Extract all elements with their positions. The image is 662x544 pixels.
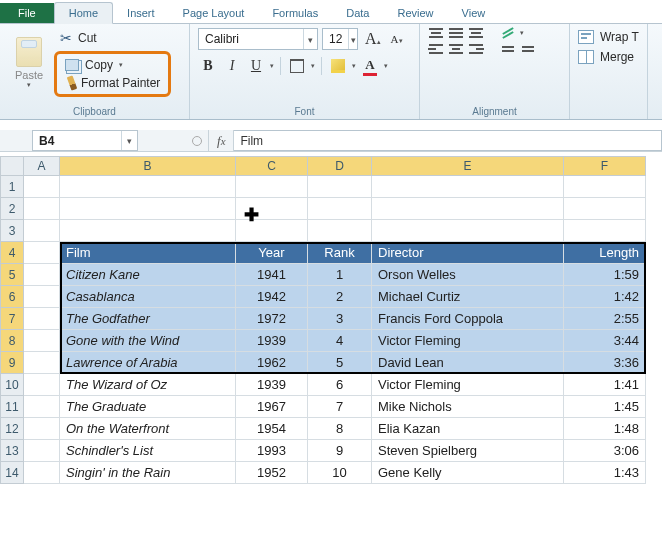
align-middle-button[interactable] [448,28,464,38]
bold-button[interactable]: B [198,56,218,76]
cell[interactable] [24,176,60,198]
underline-button[interactable]: U [246,56,266,76]
cut-button[interactable]: ✂ Cut [54,28,171,48]
cell[interactable] [308,220,372,242]
row-header[interactable]: 5 [0,264,24,286]
cell[interactable]: Gene Kelly [372,462,564,484]
cell[interactable] [24,220,60,242]
cell[interactable] [564,220,646,242]
cell[interactable] [236,198,308,220]
cell[interactable] [24,198,60,220]
cell[interactable]: 10 [308,462,372,484]
cell-header-length[interactable]: Length [564,242,646,264]
row-header[interactable]: 14 [0,462,24,484]
cell[interactable] [24,308,60,330]
cell[interactable] [60,198,236,220]
cell[interactable] [24,264,60,286]
cell[interactable] [372,198,564,220]
tab-file[interactable]: File [0,3,54,23]
cell[interactable]: 1962 [236,352,308,374]
row-header[interactable]: 4 [0,242,24,264]
cell-header-year[interactable]: Year [236,242,308,264]
decrease-indent-button[interactable] [500,46,516,52]
cell[interactable]: The Godfather [60,308,236,330]
tab-data[interactable]: Data [332,3,383,23]
tab-insert[interactable]: Insert [113,3,169,23]
cell[interactable]: Lawrence of Arabia [60,352,236,374]
increase-indent-button[interactable] [520,46,536,52]
italic-button[interactable]: I [222,56,242,76]
cell[interactable]: 1939 [236,330,308,352]
col-header-b[interactable]: B [60,156,236,176]
wrap-text-button[interactable]: Wrap T [578,30,639,44]
cell[interactable]: 3 [308,308,372,330]
cell[interactable]: 1954 [236,418,308,440]
cell[interactable] [60,176,236,198]
cell[interactable]: On the Waterfront [60,418,236,440]
merge-center-button[interactable]: Merge [578,50,639,64]
orientation-button[interactable] [500,30,516,36]
cell[interactable]: Citizen Kane [60,264,236,286]
chevron-down-icon[interactable]: ▾ [303,29,317,49]
cell[interactable] [308,176,372,198]
col-header-e[interactable]: E [372,156,564,176]
cell[interactable]: 1952 [236,462,308,484]
cell-header-rank[interactable]: Rank [308,242,372,264]
cell[interactable]: 3:06 [564,440,646,462]
cell[interactable]: 1:41 [564,374,646,396]
cell[interactable]: 1972 [236,308,308,330]
cell[interactable]: 1967 [236,396,308,418]
align-center-button[interactable] [448,44,464,54]
font-name-combo[interactable]: Calibri ▾ [198,28,318,50]
align-left-button[interactable] [428,44,444,54]
cell[interactable]: Victor Fleming [372,330,564,352]
cell[interactable]: Steven Spielberg [372,440,564,462]
cell[interactable]: Victor Fleming [372,374,564,396]
cell[interactable] [236,176,308,198]
col-header-d[interactable]: D [308,156,372,176]
row-header[interactable]: 2 [0,198,24,220]
cell[interactable]: Gone with the Wind [60,330,236,352]
chevron-down-icon[interactable]: ▾ [270,62,274,70]
cell[interactable]: 7 [308,396,372,418]
paste-button[interactable]: Paste ▾ [8,28,50,97]
row-header[interactable]: 9 [0,352,24,374]
cell[interactable] [236,220,308,242]
cell-header-film[interactable]: Film [60,242,236,264]
cell[interactable] [24,440,60,462]
row-header[interactable]: 1 [0,176,24,198]
cell[interactable] [372,220,564,242]
cell[interactable] [60,220,236,242]
align-right-button[interactable] [468,44,484,54]
align-bottom-button[interactable] [468,28,484,38]
cell[interactable]: 8 [308,418,372,440]
format-painter-button[interactable]: Format Painter [59,74,166,92]
cell[interactable]: Elia Kazan [372,418,564,440]
decrease-font-button[interactable]: A▾ [388,33,406,45]
name-box[interactable]: B4 ▾ [32,130,138,151]
chevron-down-icon[interactable]: ▾ [348,29,357,49]
borders-button[interactable] [287,56,307,76]
cell[interactable]: 1:43 [564,462,646,484]
cell[interactable]: 1:59 [564,264,646,286]
tab-formulas[interactable]: Formulas [258,3,332,23]
cell[interactable]: The Wizard of Oz [60,374,236,396]
font-size-combo[interactable]: 12 ▾ [322,28,358,50]
cell[interactable]: 2:55 [564,308,646,330]
row-header[interactable]: 12 [0,418,24,440]
cell-header-director[interactable]: Director [372,242,564,264]
cell[interactable]: 1:42 [564,286,646,308]
cell[interactable] [24,374,60,396]
cell[interactable] [564,198,646,220]
cell[interactable] [24,286,60,308]
row-header[interactable]: 8 [0,330,24,352]
fill-color-button[interactable] [328,56,348,76]
tab-home[interactable]: Home [54,2,113,24]
cell[interactable]: 1:48 [564,418,646,440]
cell[interactable]: 5 [308,352,372,374]
cell[interactable]: 3:36 [564,352,646,374]
chevron-down-icon[interactable]: ▾ [352,62,356,70]
cell[interactable]: Orson Welles [372,264,564,286]
col-header-f[interactable]: F [564,156,646,176]
cell[interactable] [24,330,60,352]
